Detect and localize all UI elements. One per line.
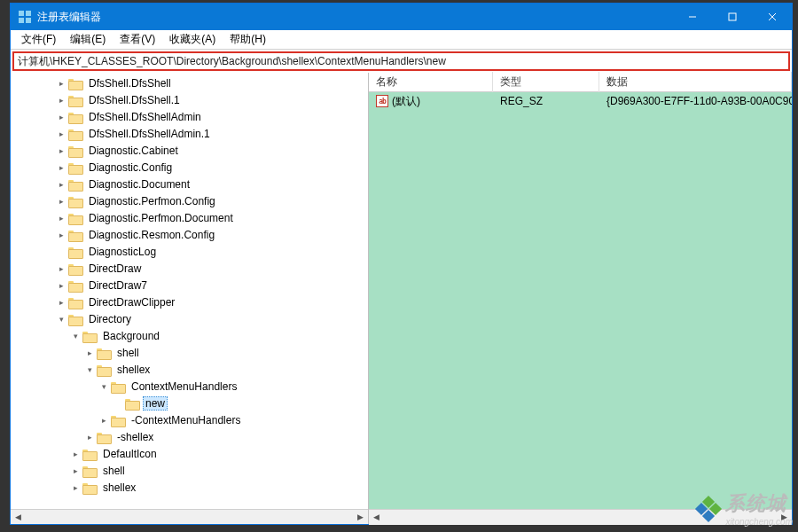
folder-icon bbox=[97, 347, 111, 359]
folder-icon bbox=[111, 380, 125, 393]
tree-node[interactable]: new bbox=[12, 395, 368, 411]
tree-node-label: Diagnostic.Resmon.Config bbox=[86, 228, 217, 242]
chevron-right-icon[interactable]: ▸ bbox=[55, 77, 67, 90]
tree-node-label: DiagnosticLog bbox=[86, 245, 159, 259]
tree-node[interactable]: ▸DfsShell.DfsShellAdmin.1 bbox=[12, 125, 368, 142]
chevron-right-icon[interactable]: ▸ bbox=[69, 481, 82, 494]
folder-icon bbox=[68, 279, 82, 292]
tree-node[interactable]: ▸Diagnostic.Perfmon.Document bbox=[12, 209, 368, 226]
scroll-left-icon[interactable]: ◀ bbox=[369, 510, 384, 525]
folder-icon bbox=[68, 161, 82, 174]
scroll-track[interactable] bbox=[384, 510, 777, 525]
tree-node[interactable]: ▸Diagnostic.Resmon.Config bbox=[12, 226, 368, 243]
tree-node[interactable]: ▾Directory bbox=[12, 310, 368, 327]
tree-node[interactable]: ▸Diagnostic.Cabinet bbox=[12, 142, 368, 159]
tree-node[interactable]: ▸DfsShell.DfsShellAdmin bbox=[12, 108, 368, 125]
chevron-right-icon[interactable]: ▸ bbox=[69, 448, 82, 460]
tree-node[interactable]: ▸Diagnostic.Perfmon.Config bbox=[12, 192, 368, 209]
col-header-type[interactable]: 类型 bbox=[493, 72, 599, 92]
tree-node[interactable]: ▸DfsShell.DfsShell bbox=[12, 74, 368, 91]
chevron-right-icon[interactable]: ▸ bbox=[55, 128, 67, 140]
tree-hscrollbar[interactable]: ◀ ▶ bbox=[11, 509, 368, 524]
menu-help[interactable]: 帮助(H) bbox=[223, 30, 273, 49]
tree-node[interactable]: ▾ContextMenuHandlers bbox=[12, 378, 368, 395]
folder-icon bbox=[68, 128, 82, 140]
tree-node-label: DirectDrawClipper bbox=[86, 295, 177, 309]
tree-node[interactable]: ▸DirectDrawClipper bbox=[12, 293, 368, 310]
chevron-right-icon[interactable]: ▸ bbox=[55, 195, 67, 207]
maximize-button[interactable] bbox=[712, 4, 752, 30]
tree-node[interactable]: ▸shell bbox=[12, 462, 368, 479]
folder-icon bbox=[111, 414, 125, 426]
scroll-right-icon[interactable]: ▶ bbox=[777, 510, 792, 525]
folder-icon bbox=[68, 296, 82, 309]
values-pane: 名称 类型 数据 ab(默认)REG_SZ{D969A300-E7FF-11d0… bbox=[369, 73, 792, 524]
tree-node[interactable]: DiagnosticLog bbox=[12, 243, 368, 260]
tree-node[interactable]: ▾shellex bbox=[12, 361, 368, 378]
menu-view[interactable]: 查看(V) bbox=[113, 30, 162, 49]
chevron-right-icon[interactable]: ▸ bbox=[83, 431, 96, 443]
scroll-right-icon[interactable]: ▶ bbox=[353, 510, 368, 525]
expander-placeholder bbox=[55, 246, 67, 258]
tree-node[interactable]: ▸DirectDraw7 bbox=[12, 277, 368, 293]
chevron-down-icon[interactable]: ▾ bbox=[98, 380, 110, 393]
chevron-down-icon[interactable]: ▾ bbox=[69, 330, 82, 342]
scroll-track[interactable] bbox=[26, 510, 353, 525]
chevron-right-icon[interactable]: ▸ bbox=[55, 296, 67, 309]
list-row[interactable]: ab(默认)REG_SZ{D969A300-E7FF-11d0-A93B-00A… bbox=[369, 92, 792, 110]
split-container: ▸DfsShell.DfsShell▸DfsShell.DfsShell.1▸D… bbox=[11, 73, 792, 524]
folder-icon bbox=[82, 465, 97, 477]
chevron-right-icon[interactable]: ▸ bbox=[55, 262, 67, 275]
chevron-right-icon[interactable]: ▸ bbox=[55, 229, 67, 241]
chevron-right-icon[interactable]: ▸ bbox=[55, 145, 67, 157]
chevron-right-icon[interactable]: ▸ bbox=[83, 347, 96, 359]
folder-icon bbox=[68, 111, 82, 123]
scroll-left-icon[interactable]: ◀ bbox=[11, 510, 26, 525]
tree-node[interactable]: ▸DirectDraw bbox=[12, 260, 368, 277]
list-hscrollbar[interactable]: ◀ ▶ bbox=[369, 509, 792, 524]
tree-node[interactable]: ▸DefaultIcon bbox=[12, 445, 368, 462]
chevron-right-icon[interactable]: ▸ bbox=[98, 414, 110, 426]
menubar: 文件(F) 编辑(E) 查看(V) 收藏夹(A) 帮助(H) bbox=[11, 30, 792, 50]
chevron-right-icon[interactable]: ▸ bbox=[55, 111, 67, 123]
folder-icon bbox=[68, 195, 82, 207]
chevron-right-icon[interactable]: ▸ bbox=[55, 279, 67, 292]
col-header-data[interactable]: 数据 bbox=[599, 72, 792, 92]
tree-node[interactable]: ▸Diagnostic.Config bbox=[12, 159, 368, 176]
minimize-button[interactable] bbox=[672, 4, 712, 30]
menu-edit[interactable]: 编辑(E) bbox=[63, 30, 113, 49]
menu-fav[interactable]: 收藏夹(A) bbox=[162, 30, 223, 49]
tree-node[interactable]: ▸DfsShell.DfsShell.1 bbox=[12, 91, 368, 108]
titlebar[interactable]: 注册表编辑器 bbox=[11, 4, 792, 30]
registry-tree[interactable]: ▸DfsShell.DfsShell▸DfsShell.DfsShell.1▸D… bbox=[11, 73, 368, 509]
chevron-down-icon[interactable]: ▾ bbox=[55, 313, 67, 325]
folder-icon bbox=[68, 246, 82, 258]
tree-pane: ▸DfsShell.DfsShell▸DfsShell.DfsShell.1▸D… bbox=[11, 73, 369, 524]
folder-icon bbox=[68, 77, 82, 90]
tree-node-label: Diagnostic.Document bbox=[86, 177, 192, 192]
tree-node[interactable]: ▸-shellex bbox=[12, 428, 368, 445]
chevron-down-icon[interactable]: ▾ bbox=[83, 364, 96, 376]
close-button[interactable] bbox=[752, 4, 792, 30]
cell-type: REG_SZ bbox=[493, 95, 599, 107]
chevron-right-icon[interactable]: ▸ bbox=[55, 94, 67, 106]
window-title: 注册表编辑器 bbox=[37, 10, 672, 25]
folder-icon bbox=[68, 229, 82, 241]
col-header-name[interactable]: 名称 bbox=[369, 72, 493, 92]
chevron-right-icon[interactable]: ▸ bbox=[55, 212, 67, 224]
tree-node-label: Diagnostic.Perfmon.Config bbox=[86, 194, 218, 208]
tree-node[interactable]: ▸-ContextMenuHandlers bbox=[12, 411, 368, 428]
tree-node[interactable]: ▸shell bbox=[12, 344, 368, 361]
tree-node-label: DfsShell.DfsShell bbox=[86, 76, 174, 90]
menu-file[interactable]: 文件(F) bbox=[14, 30, 63, 49]
chevron-right-icon[interactable]: ▸ bbox=[55, 161, 67, 174]
address-bar[interactable]: 计算机\HKEY_CLASSES_ROOT\Directory\Backgrou… bbox=[12, 51, 790, 71]
tree-node[interactable]: ▸shellex bbox=[12, 479, 368, 496]
chevron-right-icon[interactable]: ▸ bbox=[55, 178, 67, 191]
list-body[interactable]: ab(默认)REG_SZ{D969A300-E7FF-11d0-A93B-00A… bbox=[369, 92, 792, 509]
tree-node[interactable]: ▾Background bbox=[12, 327, 368, 344]
tree-node-label: Directory bbox=[86, 312, 134, 326]
chevron-right-icon[interactable]: ▸ bbox=[69, 465, 82, 477]
tree-node[interactable]: ▸Diagnostic.Document bbox=[12, 176, 368, 192]
folder-icon bbox=[68, 94, 82, 106]
